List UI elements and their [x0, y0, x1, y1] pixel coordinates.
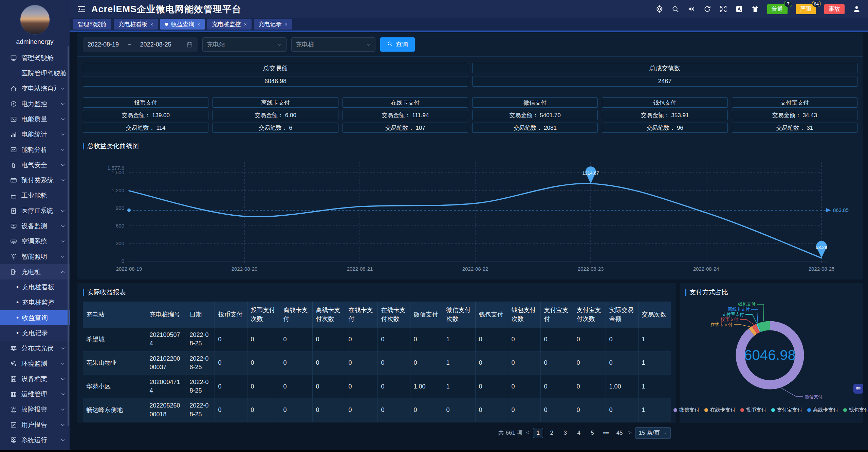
settings-float-button[interactable] — [853, 384, 863, 394]
tab[interactable]: 充电桩监控× — [207, 19, 251, 30]
sidebar-subitem[interactable]: •充电桩监控 — [0, 295, 70, 310]
avatar[interactable] — [20, 5, 50, 35]
sidebar-subitem-active[interactable]: •收益查询 — [0, 310, 70, 325]
sidebar-item[interactable]: 充电桩 — [0, 264, 70, 279]
alarm-badge[interactable]: 严重84 — [796, 4, 816, 14]
pile-select[interactable]: 充电桩 — [291, 37, 375, 52]
table-column-header[interactable]: 在线卡支付次数 — [377, 302, 410, 328]
sidebar-item[interactable]: 能耗分析 — [0, 142, 70, 157]
tab[interactable]: 管理驾驶舱 — [73, 19, 111, 30]
user-icon[interactable] — [853, 5, 861, 13]
sidebar-item[interactable]: 空调系统 — [0, 234, 70, 249]
table-column-header[interactable]: 投币支付次数 — [247, 302, 280, 328]
table-column-header[interactable]: 充电桩编号 — [146, 302, 186, 328]
tab-active[interactable]: 收益查询× — [160, 19, 205, 30]
tab[interactable]: 充电桩看板× — [114, 19, 158, 30]
sidebar-item[interactable]: 预付费系统 — [0, 173, 70, 188]
legend-item[interactable]: 支付宝支付 — [771, 407, 802, 413]
sidebar-scrollbar[interactable] — [68, 46, 69, 426]
fullscreen-icon[interactable] — [719, 5, 727, 13]
station-select[interactable]: 充电站 — [202, 37, 287, 52]
theme-icon[interactable] — [751, 5, 759, 13]
sidebar-item-label: 电能质量 — [21, 115, 56, 124]
query-button[interactable]: 查询 — [380, 37, 415, 52]
sound-icon[interactable] — [687, 5, 695, 13]
sidebar-item[interactable]: 环境监测 — [0, 356, 70, 371]
alarm-badge[interactable]: 事故 — [824, 4, 845, 14]
page-button[interactable]: 45 — [614, 428, 625, 438]
page-button[interactable]: 5 — [587, 428, 597, 438]
table-column-header[interactable]: 支付宝支付次数 — [573, 302, 606, 328]
page-button[interactable]: ••• — [601, 428, 611, 438]
table-row[interactable]: 畅达峰东侧地202205260000182022-08-250000000000… — [83, 398, 671, 422]
solar-pv-icon — [10, 345, 17, 352]
sidebar-item[interactable]: 分布式光伏 — [0, 341, 70, 356]
table-column-header[interactable]: 钱包支付 — [475, 302, 508, 328]
line-chart-header: 总收益变化曲线图 — [77, 133, 863, 150]
revenue-report-table: 充电站充电桩编号日期投币支付投币支付次数离线卡支付离线卡支付次数在线卡支付在线卡… — [83, 302, 671, 422]
tab-close-icon[interactable]: × — [285, 22, 288, 27]
legend-item[interactable]: 钱包支付 — [843, 407, 868, 413]
alarm-count-badge: 84 — [812, 1, 821, 7]
table-cell: 0 — [410, 328, 443, 351]
table-column-header[interactable]: 离线卡支付 — [280, 302, 312, 328]
svg-text:支付宝支付: 支付宝支付 — [722, 312, 744, 317]
sidebar-item[interactable]: 故障报警 — [0, 402, 70, 417]
sidebar-item[interactable]: 管理驾驶舱 — [0, 50, 70, 66]
dashboard-screen-icon[interactable] — [655, 5, 663, 13]
sidebar-item[interactable]: 电能质量 — [0, 111, 70, 127]
prev-page-button[interactable]: < — [526, 429, 530, 436]
menu-collapse-icon[interactable] — [77, 5, 86, 14]
sidebar-item[interactable]: 系统运行 — [0, 432, 70, 448]
table-column-header[interactable]: 交易次数 — [638, 302, 671, 328]
page-size-select[interactable]: 15 条/页 — [635, 427, 671, 439]
page-button[interactable]: 3 — [560, 428, 570, 438]
table-column-header[interactable]: 支付宝支付 — [540, 302, 573, 328]
sidebar-item[interactable]: 变电站综自系统 — [0, 81, 70, 96]
page-button[interactable]: 1 — [533, 428, 543, 438]
sidebar-item-label: 系统运行 — [21, 436, 56, 445]
legend-item[interactable]: 投币支付 — [740, 407, 767, 413]
sidebar-item[interactable]: 运维管理 — [0, 386, 70, 402]
legend-item[interactable]: 离线卡支付 — [807, 407, 838, 413]
legend-item[interactable]: 微信支付 — [673, 407, 700, 413]
table-row[interactable]: 花果山物业202102200000372022-08-2500000001000… — [83, 351, 671, 375]
table-column-header[interactable]: 微信支付 — [410, 302, 443, 328]
tab[interactable]: 充电记录× — [254, 19, 292, 30]
tab-close-icon[interactable]: × — [197, 22, 200, 27]
sidebar-item[interactable]: 医院管理驾驶舱 — [0, 66, 70, 81]
page-button[interactable]: 2 — [547, 428, 557, 438]
next-page-button[interactable]: > — [628, 429, 632, 436]
sidebar-item[interactable]: 用户报告 — [0, 417, 70, 432]
sidebar-item[interactable]: 电力监控 — [0, 96, 70, 111]
sidebar-subitem[interactable]: •充电桩看板 — [0, 279, 70, 295]
table-column-header[interactable]: 微信支付次数 — [443, 302, 475, 328]
translate-icon[interactable] — [735, 5, 743, 13]
date-range-input[interactable]: 2022-08-19 ~ 2022-08-25 — [83, 37, 198, 52]
table-column-header[interactable]: 投币支付 — [215, 302, 247, 328]
page-button[interactable]: 4 — [574, 428, 584, 438]
sidebar-item[interactable]: 医疗IT系统 — [0, 203, 70, 218]
table-row[interactable]: 华苑小区20200047142022-08-250000001.00100001… — [83, 375, 671, 398]
sidebar-subitem[interactable]: •充电记录 — [0, 325, 70, 341]
sidebar-item[interactable]: 电能统计 — [0, 127, 70, 142]
table-column-header[interactable]: 充电站 — [83, 302, 146, 328]
table-row[interactable]: 希望城20210050742022-08-2500000001000001 — [83, 328, 671, 351]
search-icon[interactable] — [671, 5, 679, 13]
sidebar-item[interactable]: 智能照明 — [0, 249, 70, 264]
tab-label: 充电桩看板 — [118, 20, 147, 28]
sidebar-item[interactable]: 电气安全 — [0, 157, 70, 173]
sidebar-item[interactable]: 工业能耗 — [0, 188, 70, 203]
table-column-header[interactable]: 实际交易金额 — [606, 302, 638, 328]
table-column-header[interactable]: 日期 — [186, 302, 215, 328]
table-column-header[interactable]: 钱包支付次数 — [508, 302, 540, 328]
legend-item[interactable]: 在线卡支付 — [704, 407, 736, 413]
refresh-icon[interactable] — [703, 5, 711, 13]
sidebar-item[interactable]: 设备档案 — [0, 371, 70, 386]
table-column-header[interactable]: 在线卡支付 — [345, 302, 377, 328]
sidebar-item[interactable]: 设备监测 — [0, 218, 70, 234]
alarm-badge[interactable]: 普通7 — [767, 4, 788, 14]
tab-close-icon[interactable]: × — [150, 22, 153, 27]
table-column-header[interactable]: 离线卡支付次数 — [312, 302, 345, 328]
tab-close-icon[interactable]: × — [244, 22, 246, 27]
